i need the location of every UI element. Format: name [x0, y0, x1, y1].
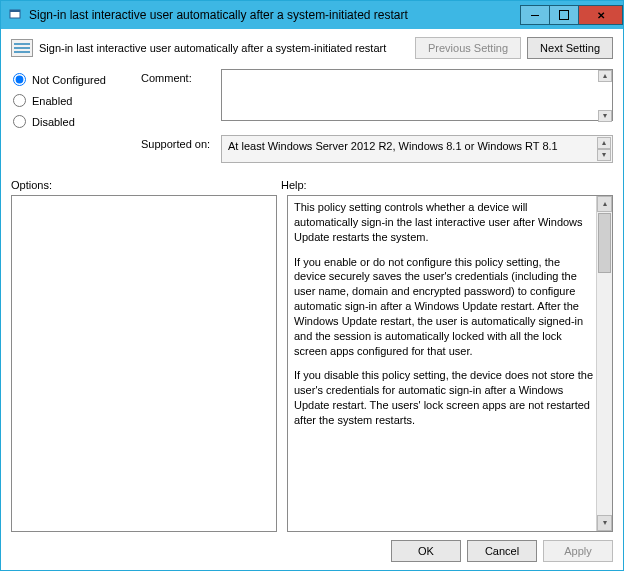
maximize-button[interactable] [549, 5, 579, 25]
titlebar[interactable]: Sign-in last interactive user automatica… [1, 1, 623, 29]
svg-rect-1 [10, 10, 20, 12]
help-pane: This policy setting controls whether a d… [287, 195, 613, 532]
comment-scroll-up-icon[interactable]: ▴ [598, 70, 612, 82]
scroll-thumb[interactable] [598, 213, 611, 273]
help-paragraph: If you enable or do not configure this p… [294, 255, 594, 359]
policy-icon [11, 39, 33, 57]
radio-enabled[interactable]: Enabled [11, 94, 141, 107]
radio-disabled-label: Disabled [32, 116, 75, 128]
close-button[interactable] [578, 5, 623, 25]
cancel-button[interactable]: Cancel [467, 540, 537, 562]
radio-enabled-label: Enabled [32, 95, 72, 107]
comment-label: Comment: [141, 69, 221, 123]
radio-not-configured[interactable]: Not Configured [11, 73, 141, 86]
system-menu-icon[interactable] [7, 7, 23, 23]
ok-button[interactable]: OK [391, 540, 461, 562]
client-area: Sign-in last interactive user automatica… [1, 29, 623, 570]
supported-scroll-up-icon[interactable]: ▴ [597, 137, 611, 149]
help-paragraph: If you disable this policy setting, the … [294, 368, 594, 427]
supported-on-label: Supported on: [141, 135, 221, 163]
radio-disabled[interactable]: Disabled [11, 115, 141, 128]
policy-title: Sign-in last interactive user automatica… [39, 42, 409, 54]
help-paragraph: This policy setting controls whether a d… [294, 200, 594, 245]
window-title: Sign-in last interactive user automatica… [29, 8, 521, 22]
options-pane-label: Options: [11, 179, 281, 193]
radio-enabled-input[interactable] [13, 94, 26, 107]
options-pane [11, 195, 277, 532]
supported-on-value: At least Windows Server 2012 R2, Windows… [221, 135, 613, 163]
scroll-up-icon[interactable]: ▴ [597, 196, 612, 212]
next-setting-button[interactable]: Next Setting [527, 37, 613, 59]
scroll-down-icon[interactable]: ▾ [597, 515, 612, 531]
apply-button[interactable]: Apply [543, 540, 613, 562]
radio-not-configured-input[interactable] [13, 73, 26, 86]
previous-setting-button[interactable]: Previous Setting [415, 37, 521, 59]
minimize-button[interactable] [520, 5, 550, 25]
supported-scroll-down-icon[interactable]: ▾ [597, 149, 611, 161]
policy-editor-window: Sign-in last interactive user automatica… [0, 0, 624, 571]
radio-disabled-input[interactable] [13, 115, 26, 128]
comment-input[interactable] [221, 69, 613, 121]
comment-scroll-down-icon[interactable]: ▾ [598, 110, 612, 122]
help-pane-label: Help: [281, 179, 307, 193]
radio-not-configured-label: Not Configured [32, 74, 106, 86]
help-scrollbar[interactable]: ▴ ▾ [596, 196, 612, 531]
